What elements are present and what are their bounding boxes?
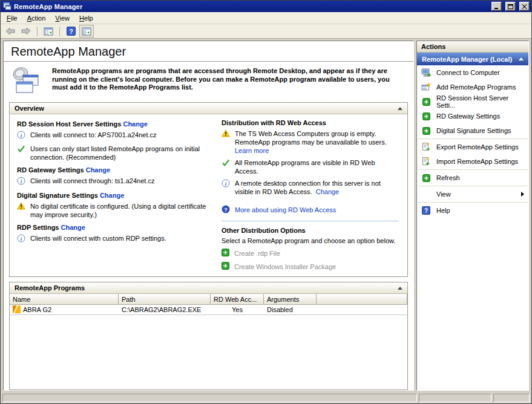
action-help[interactable]: ? Help [417, 203, 528, 218]
forward-button[interactable] [19, 25, 33, 37]
warning-icon [222, 129, 230, 155]
action-view[interactable]: View [417, 187, 528, 201]
action-export-remoteapp-settings[interactable]: Export RemoteApp Settings [417, 140, 528, 154]
collapse-programs-button[interactable] [398, 287, 402, 290]
close-button[interactable] [519, 2, 530, 11]
status-item: i Clients will connect with custom RDP s… [17, 234, 214, 244]
toolbar-separator [59, 27, 60, 36]
green-arrow-icon [222, 249, 229, 258]
intro-block: RemoteApp programs are programs that are… [4, 62, 413, 100]
green-arrow-icon [421, 98, 431, 106]
main-pane: RemoteApp Manager RemoteApp programs are… [3, 41, 414, 391]
learn-more-link[interactable]: Learn more [235, 147, 269, 154]
create-installer-label: Create Windows Installer Package [234, 263, 336, 270]
section-title-text: RD Gateway Settings [17, 166, 84, 174]
create-rdp-file-option[interactable]: Create .rdp File [222, 249, 399, 258]
actions-group-title: RemoteApp Manager (Local) [422, 56, 512, 63]
ts-group-empty-text: The TS Web Access Computers group is emp… [235, 130, 387, 146]
status-item: All RemoteApp programs are visible in RD… [222, 158, 399, 175]
window-title: RemoteApp Manager [14, 3, 488, 10]
programs-table: Name Path RD Web Acc... Arguments ABRA G… [10, 294, 407, 315]
status-segment [493, 394, 530, 402]
section-title-text: RDP Settings [17, 224, 59, 231]
column-header-empty [317, 294, 407, 305]
status-segment [2, 394, 417, 402]
menu-file[interactable]: File [2, 13, 22, 24]
info-icon: i [222, 179, 230, 196]
title-bar: RemoteApp Manager [1, 1, 531, 12]
minimize-button[interactable] [491, 2, 502, 11]
green-arrow-icon [222, 262, 229, 271]
rdp-settings-change-link[interactable]: Change [61, 224, 85, 231]
rd-gateway-change-link[interactable]: Change [86, 166, 110, 174]
menu-help[interactable]: Help [74, 13, 98, 24]
add-programs-icon [421, 82, 431, 92]
computer-icon [421, 68, 431, 77]
console-window-icon [44, 27, 53, 36]
digital-signature-change-link[interactable]: Change [100, 192, 124, 199]
svg-text:?: ? [69, 28, 73, 35]
app-icon [3, 2, 11, 11]
rd-session-host-change-link[interactable]: Change [123, 120, 147, 128]
toolbar: ? [1, 24, 531, 39]
table-row-path-cell[interactable]: C:\ABRAG2\ABRAG2.EXE [119, 305, 211, 315]
toolbar-separator [37, 27, 38, 36]
menu-action[interactable]: Action [22, 13, 51, 24]
collapse-group-icon[interactable] [519, 57, 524, 60]
actions-panel-title: Actions [417, 41, 528, 53]
action-label: Connect to Computer [436, 69, 500, 76]
more-about-web-access-link[interactable]: More about using RD Web Access [235, 206, 336, 213]
column-header-arguments[interactable]: Arguments [264, 294, 317, 305]
rd-session-host-settings-title: RD Session Host Server Settings Change [17, 120, 214, 128]
help-toolbar-button[interactable]: ? [64, 25, 78, 37]
digital-signature-settings-title: Digital Signature Settings Change [17, 192, 214, 199]
show-hide-tree-button[interactable] [79, 25, 94, 37]
action-rd-gateway-settings[interactable]: RD Gateway Settings [417, 109, 528, 123]
forward-arrow-icon [21, 27, 31, 35]
svg-text:?: ? [424, 207, 428, 214]
status-bar [1, 393, 531, 403]
table-row-name-cell[interactable]: ABRA G2 [10, 305, 119, 315]
action-rd-session-host-settings[interactable]: RD Session Host Server Setti... [417, 94, 528, 109]
show-console-window-button[interactable] [41, 25, 56, 37]
overview-header[interactable]: Overview [10, 103, 407, 114]
other-distribution-title: Other Distribution Options [222, 227, 399, 234]
actions-separator [418, 169, 528, 170]
info-icon: i [17, 177, 25, 187]
status-text: Clients will connect with custom RDP set… [30, 234, 166, 244]
menu-view[interactable]: View [50, 13, 74, 24]
action-connect-to-computer[interactable]: Connect to Computer [417, 65, 528, 80]
table-row-webaccess-cell[interactable]: Yes [211, 305, 264, 315]
action-label: Add RemoteApp Programs [436, 83, 516, 91]
abra-g2-icon [13, 305, 21, 314]
back-button[interactable] [3, 25, 18, 37]
collapse-overview-button[interactable] [398, 107, 402, 110]
rd-web-access-change-link[interactable]: Change [316, 188, 340, 195]
green-arrow-icon [421, 127, 431, 135]
action-refresh[interactable]: Refresh [417, 171, 528, 185]
actions-separator [418, 186, 528, 186]
column-header-name[interactable]: Name [10, 294, 119, 305]
overview-header-label: Overview [15, 105, 44, 112]
actions-group-header[interactable]: RemoteApp Manager (Local) [417, 53, 528, 65]
action-label: Import RemoteApp Settings [436, 158, 518, 165]
warning-icon [17, 202, 25, 219]
program-path: C:\ABRAG2\ABRAG2.EXE [122, 306, 201, 313]
action-import-remoteapp-settings[interactable]: Import RemoteApp Settings [417, 154, 528, 169]
programs-header[interactable]: RemoteApp Programs [10, 282, 407, 294]
green-arrow-icon [421, 112, 431, 120]
status-item: i Clients will connect through: ts1.a24n… [17, 177, 214, 187]
status-item: The TS Web Access Computers group is emp… [222, 129, 399, 155]
status-text: A remote desktop connection for this ser… [235, 179, 399, 196]
actions-separator [418, 138, 528, 139]
create-installer-package-option[interactable]: Create Windows Installer Package [222, 262, 399, 271]
submenu-arrow-icon [521, 192, 524, 197]
maximize-button[interactable] [505, 2, 516, 11]
column-header-path[interactable]: Path [119, 294, 211, 305]
action-add-remoteapp-programs[interactable]: Add RemoteApp Programs [417, 80, 528, 94]
status-item: i A remote desktop connection for this s… [222, 179, 399, 196]
menu-bar: File Action View Help [1, 12, 531, 24]
table-row-arguments-cell[interactable]: Disabled [264, 305, 317, 315]
column-header-rd-web-access[interactable]: RD Web Acc... [211, 294, 264, 305]
action-digital-signature-settings[interactable]: Digital Signature Settings [417, 123, 528, 138]
